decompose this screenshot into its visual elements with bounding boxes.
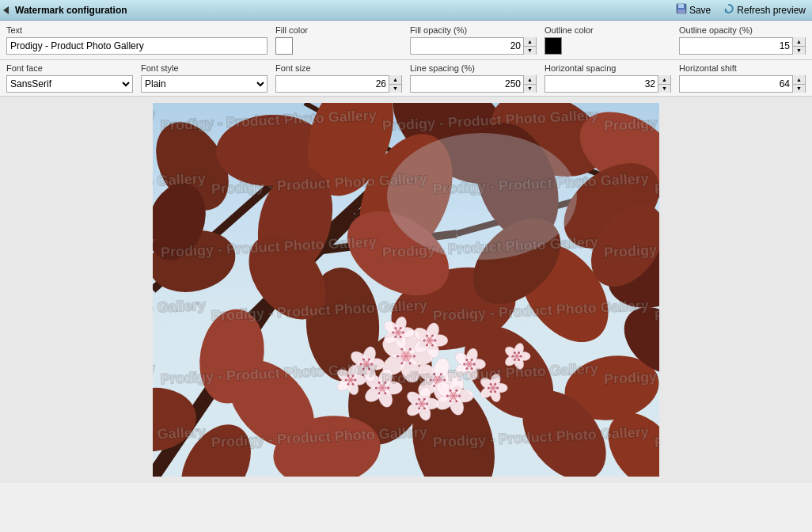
save-label: Save <box>689 5 711 16</box>
horiz-spacing-input[interactable] <box>545 76 658 92</box>
font-face-control-group: Font face SansSerif Serif Monospaced <box>6 63 133 93</box>
horiz-shift-spinner: ▲ ▼ <box>679 75 806 93</box>
controls-row2: Font face SansSerif Serif Monospaced Fon… <box>0 60 812 97</box>
line-spacing-control-group: Line spacing (%) ▲ ▼ <box>410 63 537 93</box>
line-spacing-up[interactable]: ▲ <box>524 75 536 85</box>
text-input[interactable] <box>6 37 268 55</box>
fill-opacity-up[interactable]: ▲ <box>524 37 536 47</box>
fill-color-swatch[interactable] <box>275 37 293 55</box>
font-size-spinner: ▲ ▼ <box>275 75 402 93</box>
fill-color-control-group: Fill color <box>275 25 402 55</box>
horiz-shift-input[interactable] <box>680 76 792 92</box>
title-bar: Watermark configuration Save Refresh pre… <box>0 0 812 21</box>
font-style-label: Font style <box>141 63 268 73</box>
svg-rect-1 <box>678 4 684 8</box>
horiz-shift-up[interactable]: ▲ <box>793 75 805 85</box>
line-spacing-arrows: ▲ ▼ <box>523 75 536 93</box>
floppy-icon <box>676 3 687 17</box>
outline-opacity-up[interactable]: ▲ <box>793 37 805 47</box>
refresh-preview-button[interactable]: Refresh preview <box>720 2 809 17</box>
text-label: Text <box>6 25 268 35</box>
horiz-spacing-down[interactable]: ▼ <box>658 85 670 93</box>
fill-opacity-spinner: ▲ ▼ <box>410 37 537 55</box>
horiz-spacing-label: Horizontal spacing <box>544 63 671 73</box>
fill-opacity-label: Fill opacity (%) <box>410 25 537 35</box>
title-bar-title: Watermark configuration <box>15 5 666 16</box>
refresh-label: Refresh preview <box>737 5 806 16</box>
font-size-arrows: ▲ ▼ <box>389 75 401 93</box>
fill-opacity-input[interactable] <box>411 38 523 54</box>
outline-opacity-input[interactable] <box>680 38 792 54</box>
preview-area <box>0 97 812 483</box>
outline-opacity-label: Outline opacity (%) <box>679 25 806 35</box>
fill-opacity-control-group: Fill opacity (%) ▲ ▼ <box>410 25 537 55</box>
fill-opacity-down[interactable]: ▼ <box>524 47 536 55</box>
text-control-group: Text <box>6 25 268 55</box>
horiz-shift-control-group: Horizontal shift ▲ ▼ <box>679 63 806 93</box>
font-style-select[interactable]: Plain Bold Italic Bold Italic <box>141 75 268 93</box>
outline-color-control-group: Outline color <box>544 25 671 55</box>
line-spacing-spinner: ▲ ▼ <box>410 75 537 93</box>
outline-color-label: Outline color <box>544 25 671 35</box>
refresh-icon <box>723 3 734 17</box>
fill-color-label: Fill color <box>275 25 402 35</box>
line-spacing-down[interactable]: ▼ <box>524 85 536 93</box>
save-button[interactable]: Save <box>673 2 714 17</box>
preview-canvas <box>153 103 659 477</box>
horiz-shift-label: Horizontal shift <box>679 63 806 73</box>
font-size-control-group: Font size ▲ ▼ <box>275 63 402 93</box>
line-spacing-input[interactable] <box>411 76 523 92</box>
outline-opacity-spinner: ▲ ▼ <box>679 37 806 55</box>
horiz-shift-arrows: ▲ ▼ <box>792 75 805 93</box>
font-size-label: Font size <box>275 63 402 73</box>
font-size-down[interactable]: ▼ <box>389 85 401 93</box>
preview-image-container <box>153 103 659 477</box>
fill-opacity-arrows: ▲ ▼ <box>523 37 536 55</box>
font-face-label: Font face <box>6 63 133 73</box>
horiz-spacing-arrows: ▲ ▼ <box>658 75 670 93</box>
font-size-input[interactable] <box>276 76 389 92</box>
line-spacing-label: Line spacing (%) <box>410 63 537 73</box>
outline-opacity-control-group: Outline opacity (%) ▲ ▼ <box>679 25 806 55</box>
font-style-control-group: Font style Plain Bold Italic Bold Italic <box>141 63 268 93</box>
outline-opacity-arrows: ▲ ▼ <box>792 37 805 55</box>
controls-row1: Text Fill color Fill opacity (%) ▲ ▼ Out… <box>0 21 812 60</box>
horiz-spacing-spinner: ▲ ▼ <box>544 75 671 93</box>
svg-rect-2 <box>677 10 685 13</box>
horiz-shift-down[interactable]: ▼ <box>793 85 805 93</box>
font-face-select[interactable]: SansSerif Serif Monospaced <box>6 75 133 93</box>
font-size-up[interactable]: ▲ <box>389 75 401 85</box>
outline-color-swatch[interactable] <box>544 37 562 55</box>
outline-opacity-down[interactable]: ▼ <box>793 47 805 55</box>
horiz-spacing-control-group: Horizontal spacing ▲ ▼ <box>544 63 671 93</box>
horiz-spacing-up[interactable]: ▲ <box>658 75 670 85</box>
collapse-icon[interactable] <box>3 6 9 14</box>
